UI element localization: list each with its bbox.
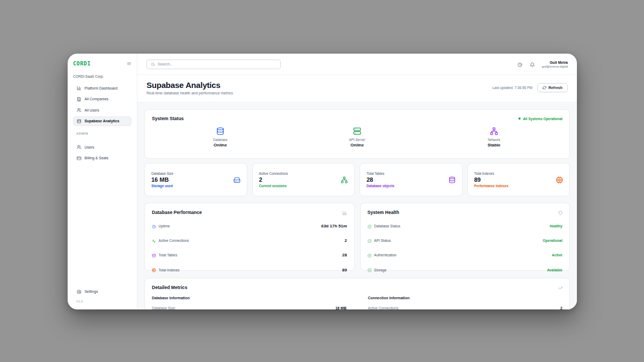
health-row-authentication: Authentication Active	[368, 248, 563, 262]
top-bar: Guil Meira guil@creme.digital	[137, 54, 577, 75]
sidebar-item-label: Platform Dashboard	[85, 86, 118, 90]
performance-value: 63d 17h 51m	[321, 224, 347, 228]
building-icon	[77, 97, 82, 102]
health-label: API Status	[374, 239, 391, 242]
sidebar-item-users[interactable]: Users	[73, 142, 131, 152]
detail-value: 2	[560, 306, 562, 309]
status-badge-label: All Systems Operational	[523, 117, 562, 121]
sidebar-admin-nav: Users Billing & Seats	[73, 142, 131, 163]
sidebar-item-billing-seats[interactable]: Billing & Seats	[73, 153, 131, 164]
health-value: Active	[552, 253, 562, 257]
sidebar-item-label: All Companies	[85, 97, 108, 101]
sidebar-item-settings[interactable]: Settings	[73, 287, 131, 297]
credit-card-icon	[77, 156, 82, 161]
sidebar-item-label: Supabase Analytics	[85, 119, 120, 123]
search-box[interactable]	[147, 60, 281, 69]
main-area: Guil Meira guil@creme.digital Supabase A…	[137, 54, 577, 309]
refresh-label: Refresh	[548, 86, 562, 90]
users-icon	[77, 145, 82, 150]
metric-value: 89	[474, 176, 509, 183]
server-icon	[353, 126, 361, 135]
status-item-database: Database Online	[152, 126, 289, 147]
admin-section-label: ADMIN	[76, 132, 128, 135]
performance-row-total-indexes: Total Indexes 89	[152, 263, 347, 277]
cpu-icon	[556, 175, 563, 184]
sidebar-item-all-users[interactable]: All Users	[73, 105, 131, 115]
page-header: Supabase Analytics Real-time database he…	[137, 75, 577, 102]
performance-value: 89	[342, 268, 347, 272]
health-title: System Health	[368, 210, 399, 215]
bar-chart-icon	[77, 86, 82, 91]
performance-row-active-connections: Active Connections 2	[152, 233, 347, 248]
metric-sublabel: Storage used	[151, 184, 173, 188]
performance-row-uptime: Uptime 63d 17h 51m	[152, 219, 347, 233]
gear-icon	[77, 290, 82, 294]
check-circle-icon	[368, 236, 372, 246]
metric-card-total-tables: Total Tables 28 Database objects	[360, 163, 463, 196]
status-dot-icon	[518, 117, 521, 120]
status-badge: All Systems Operational	[518, 117, 562, 121]
user-menu[interactable]: Guil Meira guil@creme.digital	[541, 61, 568, 68]
health-row-api-status: API Status Operational	[368, 233, 563, 248]
sidebar-item-label: Settings	[85, 290, 98, 293]
system-health-card: System Health Database Status Healthy AP…	[360, 203, 570, 271]
activity-icon	[152, 236, 156, 246]
performance-title: Database Performance	[152, 210, 202, 215]
health-value: Healthy	[550, 224, 562, 228]
performance-row-total-tables: Total Tables 28	[152, 248, 347, 262]
health-value: Available	[547, 268, 562, 272]
detail-label: Active Connections:	[368, 306, 399, 309]
performance-label: Uptime	[159, 224, 170, 228]
detail-column-title: Database Information	[152, 296, 347, 300]
check-circle-icon	[368, 221, 372, 231]
system-status-card: System Status All Systems Operational Da…	[144, 109, 570, 159]
app-logo: CORDI	[73, 61, 91, 67]
org-name: CORDI SaaS Corp.	[73, 75, 131, 78]
sidebar-item-label: Users	[85, 145, 94, 149]
sidebar-nav: Platform Dashboard All Companies All Use…	[73, 83, 131, 126]
database-icon	[77, 119, 82, 124]
content-area[interactable]: System Status All Systems Operational Da…	[137, 102, 577, 309]
status-item-network: Network Stable	[426, 126, 562, 147]
hamburger-menu-icon[interactable]	[127, 61, 131, 66]
detail-value: 16 MB	[335, 306, 347, 309]
connection-information-column: Connection Information Active Connection…	[368, 296, 563, 309]
refresh-button[interactable]: Refresh	[537, 83, 568, 93]
search-input[interactable]	[158, 62, 276, 66]
last-updated: Last updated: 7:36:55 PM	[492, 86, 532, 90]
bar-chart-icon	[342, 210, 347, 215]
page-subtitle: Real-time database health and performanc…	[147, 91, 233, 95]
clock-icon	[152, 221, 156, 231]
sidebar-item-label: Billing & Seats	[85, 156, 108, 160]
app-version: V1.0	[76, 300, 128, 303]
search-icon	[151, 60, 155, 69]
sidebar-item-supabase-analytics[interactable]: Supabase Analytics	[73, 116, 131, 127]
sidebar-item-label: All Users	[85, 108, 100, 112]
user-name: Guil Meira	[541, 61, 568, 64]
bell-icon[interactable]	[530, 61, 535, 67]
sidebar-item-all-companies[interactable]: All Companies	[73, 94, 131, 105]
check-circle-icon	[368, 265, 372, 275]
app-window: CORDI CORDI SaaS Corp. Platform Dashboar…	[68, 54, 577, 309]
metric-card-database-size: Database Size 16 MB Storage used	[144, 163, 247, 196]
status-label: Network	[426, 138, 562, 142]
clock-icon[interactable]	[517, 61, 523, 67]
refresh-icon	[543, 86, 546, 90]
metric-sublabel: Current sessions	[259, 184, 288, 188]
health-row-storage: Storage Available	[368, 263, 563, 277]
performance-label: Active Connections	[159, 239, 189, 242]
sidebar-item-platform-dashboard[interactable]: Platform Dashboard	[73, 83, 131, 93]
metric-card-active-connections: Active Connections 2 Current sessions	[252, 163, 355, 196]
health-label: Storage	[374, 268, 386, 272]
metric-label: Database Size	[151, 172, 173, 175]
database-icon	[216, 126, 224, 135]
metric-label: Total Tables	[367, 172, 394, 175]
health-label: Authentication	[374, 253, 397, 257]
performance-value: 2	[345, 238, 347, 243]
database-icon	[152, 250, 156, 260]
metric-sublabel: Database objects	[367, 184, 394, 188]
metric-label: Active Connections	[259, 172, 288, 175]
detail-label: Database Size:	[152, 306, 176, 309]
health-row-database-status: Database Status Healthy	[368, 219, 563, 233]
database-icon	[449, 175, 456, 184]
